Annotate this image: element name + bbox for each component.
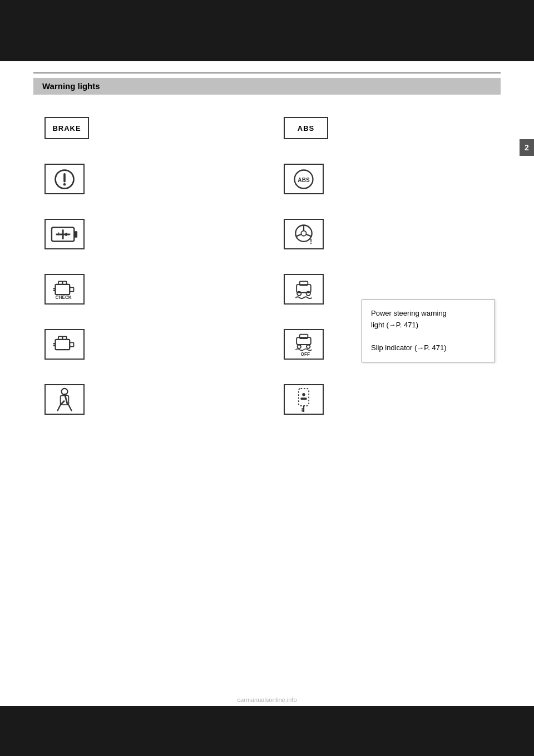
abs-label: ABS bbox=[298, 124, 314, 132]
engine-box bbox=[44, 329, 85, 360]
icon-seatbelt bbox=[44, 384, 250, 415]
svg-line-45 bbox=[61, 400, 65, 404]
svg-line-42 bbox=[57, 405, 61, 411]
icon-brake: BRAKE bbox=[44, 117, 250, 139]
section-header: Warning lights bbox=[33, 78, 501, 95]
circle-exclaim-icon bbox=[52, 167, 77, 192]
section-title: Warning lights bbox=[42, 81, 100, 91]
slip-off-box: OFF bbox=[284, 329, 324, 360]
main-content: Warning lights BRAKE ABS bbox=[0, 61, 534, 444]
battery-box: + − bbox=[44, 219, 85, 249]
page-number-badge: 2 bbox=[520, 139, 534, 156]
icon-abs: ABS bbox=[284, 117, 490, 139]
svg-point-2 bbox=[63, 183, 66, 185]
seatbelt-icon bbox=[52, 386, 77, 413]
svg-rect-31 bbox=[58, 336, 62, 340]
phone-key-icon bbox=[291, 386, 316, 413]
check-engine-icon: CHECK bbox=[51, 277, 78, 302]
icon-battery: + − bbox=[44, 219, 250, 249]
svg-text:−: − bbox=[68, 230, 71, 237]
icon-abs-circle: ABS bbox=[284, 164, 490, 194]
svg-point-37 bbox=[298, 345, 301, 348]
svg-text:ABS: ABS bbox=[298, 176, 310, 183]
tooltip-box: Power steering warning light (→P. 471) S… bbox=[362, 300, 495, 362]
tooltip-line1: Power steering warning light (→P. 471) bbox=[371, 308, 486, 331]
engine-icon bbox=[51, 332, 78, 357]
icon-check-engine: CHECK bbox=[44, 274, 250, 305]
svg-line-16 bbox=[306, 234, 312, 237]
steering-warning-icon: ! bbox=[291, 222, 316, 247]
bottom-bar: carmanualsonline.info bbox=[0, 706, 534, 756]
phone-key-box bbox=[284, 384, 324, 415]
brake-label: BRAKE bbox=[52, 124, 81, 132]
seatbelt-box bbox=[44, 384, 85, 415]
svg-text:CHECK: CHECK bbox=[56, 294, 72, 300]
svg-rect-6 bbox=[74, 231, 77, 238]
battery-icon: + − bbox=[51, 224, 78, 244]
steering-warning-box: ! bbox=[284, 219, 324, 249]
page-number-text: 2 bbox=[525, 143, 529, 152]
icon-circle-exclaim bbox=[44, 164, 250, 194]
svg-rect-46 bbox=[299, 388, 309, 405]
icon-phone-key bbox=[284, 384, 490, 415]
svg-rect-20 bbox=[58, 281, 62, 284]
svg-line-43 bbox=[68, 405, 71, 411]
svg-rect-18 bbox=[56, 284, 70, 294]
abs-circle-icon: ABS bbox=[291, 167, 316, 192]
svg-point-13 bbox=[301, 230, 306, 235]
svg-text:OFF: OFF bbox=[301, 352, 310, 357]
svg-line-15 bbox=[296, 234, 301, 237]
svg-text:!: ! bbox=[310, 237, 312, 245]
icon-engine bbox=[44, 329, 250, 360]
svg-rect-51 bbox=[301, 397, 307, 400]
svg-rect-29 bbox=[56, 339, 70, 349]
brake-box: BRAKE bbox=[44, 117, 89, 139]
svg-rect-32 bbox=[62, 336, 66, 340]
tooltip-line3: Slip indicator (→P. 471) bbox=[371, 342, 486, 354]
section-rule bbox=[33, 72, 501, 73]
icons-grid: BRAKE ABS ABS bbox=[33, 111, 501, 433]
svg-point-50 bbox=[302, 393, 305, 396]
abs-circle-box: ABS bbox=[284, 164, 324, 194]
watermark: carmanualsonline.info bbox=[0, 696, 534, 703]
top-bar bbox=[0, 0, 534, 61]
slip-icon bbox=[291, 277, 316, 302]
abs-box: ABS bbox=[284, 117, 328, 139]
slip-off-icon: OFF bbox=[291, 332, 316, 357]
circle-exclaim-box bbox=[44, 164, 85, 194]
svg-point-38 bbox=[306, 345, 310, 348]
svg-text:+: + bbox=[57, 230, 61, 237]
svg-rect-21 bbox=[62, 281, 66, 284]
slip-box bbox=[284, 274, 324, 305]
icon-steering-warning: ! Power steering warning light (→P. 471)… bbox=[284, 219, 490, 249]
check-engine-box: CHECK bbox=[44, 274, 85, 305]
